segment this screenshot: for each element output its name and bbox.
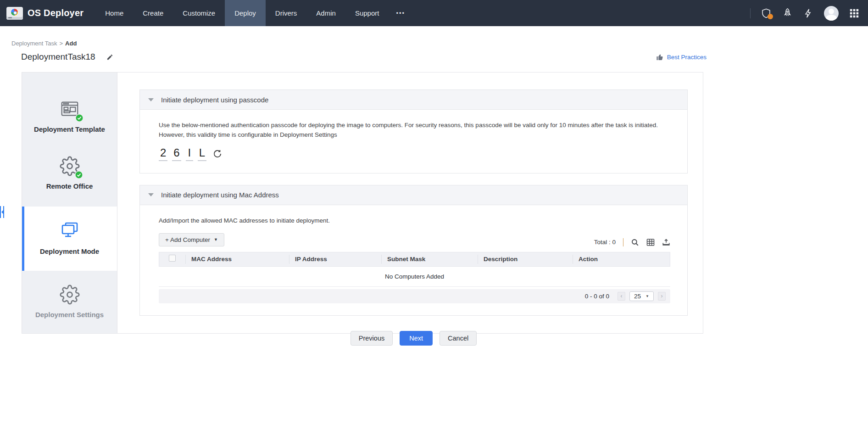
navbar-divider bbox=[750, 8, 751, 18]
thumbs-up-icon bbox=[656, 53, 664, 61]
column-header-action: Action bbox=[573, 255, 670, 264]
nav-item-home[interactable]: Home bbox=[95, 0, 133, 26]
quick-actions-bolt-icon[interactable] bbox=[803, 8, 814, 19]
passcode-value: 2 6 I L bbox=[159, 146, 670, 161]
breadcrumb: Deployment Task>Add bbox=[11, 40, 868, 47]
panel-collapse-handle[interactable] bbox=[0, 206, 4, 218]
select-all-checkbox[interactable] bbox=[169, 255, 176, 262]
toolbar-divider bbox=[623, 238, 623, 246]
step-label: Deployment Mode bbox=[26, 247, 113, 255]
add-computer-label: + Add Computer bbox=[165, 236, 210, 243]
gear-icon bbox=[60, 156, 80, 178]
nav-item-support[interactable]: Support bbox=[345, 0, 389, 26]
pagination-prev-button[interactable]: ‹ bbox=[618, 292, 625, 301]
table-toolbar: Total : 0 bbox=[594, 238, 670, 246]
caret-down-icon: ▼ bbox=[645, 294, 649, 298]
passcode-char: 6 bbox=[172, 146, 181, 161]
best-practices-label: Best Practices bbox=[667, 54, 707, 61]
user-avatar[interactable] bbox=[824, 6, 839, 21]
step-completed-check-icon bbox=[75, 171, 83, 179]
caret-down-icon: ▼ bbox=[214, 237, 218, 242]
passcode-char: I bbox=[186, 146, 193, 161]
refresh-passcode-icon[interactable] bbox=[213, 149, 222, 158]
mac-address-panel: Initiate deployment using Mac Address Ad… bbox=[139, 185, 688, 316]
notification-badge bbox=[768, 14, 773, 19]
previous-button[interactable]: Previous bbox=[351, 331, 393, 346]
step-remote-office[interactable]: Remote Office bbox=[22, 150, 117, 199]
column-header-mac-address[interactable]: MAC Address bbox=[185, 255, 289, 264]
table-pagination-bar: 0 - 0 of 0 ‹ 25 ▼ › bbox=[159, 289, 670, 303]
nav-item-deploy[interactable]: Deploy bbox=[225, 0, 266, 26]
add-computer-button[interactable]: + Add Computer ▼ bbox=[159, 233, 224, 246]
app-title: OS Deployer bbox=[28, 8, 83, 18]
search-icon[interactable] bbox=[631, 238, 639, 246]
pagination-range-label: 0 - 0 of 0 bbox=[585, 293, 609, 300]
rocket-icon[interactable] bbox=[782, 8, 793, 19]
page-header: DeploymentTask18 Best Practices bbox=[21, 52, 707, 62]
wizard-card: Deployment Template Remote Office bbox=[22, 72, 703, 334]
column-header-ip-address[interactable]: IP Address bbox=[289, 255, 381, 264]
passcode-panel-title: Initiate deployment using passcode bbox=[161, 96, 268, 104]
apps-grid-icon[interactable] bbox=[849, 8, 860, 19]
security-shield-icon[interactable] bbox=[761, 8, 772, 19]
breadcrumb-current: Add bbox=[65, 40, 77, 47]
mac-description: Add/Import the allowed MAC addresses to … bbox=[159, 216, 670, 226]
import-icon[interactable] bbox=[662, 238, 670, 246]
mac-panel-title: Initiate deployment using Mac Address bbox=[161, 191, 279, 199]
wizard-steps-sidebar: Deployment Template Remote Office bbox=[22, 73, 117, 333]
empty-table-message: No Computers Added bbox=[159, 267, 670, 287]
nav-item-admin[interactable]: Admin bbox=[306, 0, 345, 26]
edit-title-icon[interactable] bbox=[106, 54, 113, 61]
next-button[interactable]: Next bbox=[400, 331, 433, 346]
column-header-subnet-mask[interactable]: Subnet Mask bbox=[381, 255, 478, 264]
step-label: Remote Office bbox=[26, 182, 113, 190]
wizard-footer-buttons: Previous Next Cancel bbox=[139, 331, 688, 346]
mac-panel-body: Add/Import the allowed MAC addresses to … bbox=[140, 205, 687, 315]
main-nav: Home Create Customize Deploy Drivers Adm… bbox=[95, 0, 412, 26]
page-title: DeploymentTask18 bbox=[21, 52, 95, 62]
passcode-char: 2 bbox=[159, 146, 167, 161]
computers-table: MAC Address IP Address Subnet Mask Descr… bbox=[159, 252, 670, 303]
pagination-next-button[interactable]: › bbox=[658, 292, 666, 301]
navbar-right-tools bbox=[750, 0, 868, 26]
gear-icon bbox=[60, 285, 80, 307]
collapse-arrow-icon[interactable] bbox=[148, 98, 154, 101]
step-deployment-mode[interactable]: Deployment Mode bbox=[22, 207, 117, 271]
step-deployment-template[interactable]: Deployment Template bbox=[22, 92, 117, 142]
step-completed-check-icon bbox=[75, 114, 83, 122]
monitors-icon bbox=[59, 219, 81, 243]
collapse-arrow-icon[interactable] bbox=[148, 193, 154, 196]
step-label: Deployment Settings bbox=[26, 311, 113, 319]
page-size-value: 25 bbox=[634, 293, 641, 300]
app-brand[interactable]: OS Deployer bbox=[0, 0, 95, 26]
table-actions-row: + Add Computer ▼ Total : 0 bbox=[159, 233, 670, 246]
best-practices-link[interactable]: Best Practices bbox=[656, 53, 707, 61]
nav-item-create[interactable]: Create bbox=[133, 0, 173, 26]
passcode-description-line1: Use the below-mentioned authentication p… bbox=[159, 121, 670, 130]
step-deployment-settings[interactable]: Deployment Settings bbox=[22, 278, 117, 328]
template-icon bbox=[59, 98, 80, 121]
nav-item-customize[interactable]: Customize bbox=[173, 0, 225, 26]
table-header-row: MAC Address IP Address Subnet Mask Descr… bbox=[159, 252, 670, 267]
page-size-select[interactable]: 25 ▼ bbox=[629, 291, 654, 301]
nav-overflow-menu[interactable]: ••• bbox=[389, 0, 412, 26]
total-count-label: Total : 0 bbox=[594, 239, 616, 246]
passcode-description-line2: However, this validity time is configura… bbox=[159, 130, 670, 140]
breadcrumb-separator: > bbox=[59, 40, 63, 47]
breadcrumb-parent[interactable]: Deployment Task bbox=[11, 40, 57, 47]
mac-panel-header[interactable]: Initiate deployment using Mac Address bbox=[140, 185, 687, 205]
column-chooser-icon[interactable] bbox=[646, 238, 655, 246]
passcode-char: L bbox=[198, 146, 206, 161]
passcode-panel-header[interactable]: Initiate deployment using passcode bbox=[140, 90, 687, 110]
wizard-content: Initiate deployment using passcode Use t… bbox=[117, 73, 703, 333]
passcode-panel: Initiate deployment using passcode Use t… bbox=[139, 89, 688, 173]
app-logo-icon bbox=[6, 7, 23, 20]
top-navbar: OS Deployer Home Create Customize Deploy… bbox=[0, 0, 868, 26]
nav-item-drivers[interactable]: Drivers bbox=[266, 0, 307, 26]
cancel-button[interactable]: Cancel bbox=[440, 331, 477, 346]
column-header-description[interactable]: Description bbox=[478, 255, 573, 264]
passcode-panel-body: Use the below-mentioned authentication p… bbox=[140, 110, 687, 173]
step-label: Deployment Template bbox=[26, 125, 113, 133]
